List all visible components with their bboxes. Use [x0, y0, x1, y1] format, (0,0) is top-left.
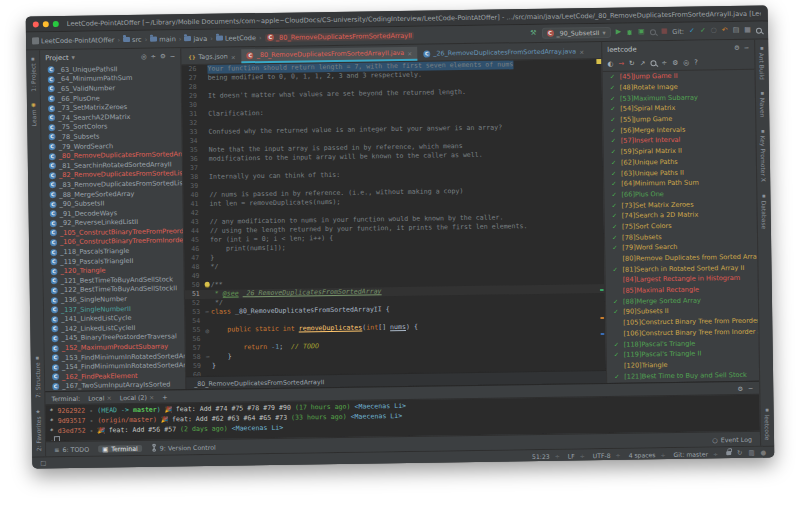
tool-window-button-2-favorites[interactable]: ★2: Favorites	[35, 408, 43, 451]
breadcrumb-separator: ›	[179, 35, 182, 43]
leetcode-problem-item[interactable]: ✓[121]Best Time to Buy and Sell Stock	[614, 369, 759, 382]
git-rollback-icon[interactable]: ↶	[722, 27, 728, 34]
file-name: _137_SingleNumberII	[61, 305, 131, 314]
help-icon[interactable]: ?	[694, 59, 698, 67]
git-update-icon[interactable]: ✓	[689, 28, 695, 35]
version-control-tool-button[interactable]: 9: Version Control	[151, 443, 216, 452]
breadcrumb: LeetCode-PointAtOffer›src›main›java›Leet…	[32, 30, 530, 45]
close-tab-icon[interactable]: ×	[407, 49, 412, 56]
class-icon: C	[51, 287, 58, 294]
refresh-icon[interactable]: ↻	[629, 59, 635, 67]
breadcrumb-item[interactable]: java	[184, 34, 207, 42]
hide-panel-icon[interactable]: −	[748, 384, 753, 391]
refresh-icon[interactable]: ↻	[737, 449, 743, 457]
problem-title: [75]Sort Colors	[622, 222, 672, 231]
code-text: Clarification:	[208, 109, 264, 119]
indexing-icon[interactable]: ▥	[748, 449, 754, 457]
leetcode-problem-list[interactable]: ✓[45]Jump Game II✓[48]Rotate Image✓[53]M…	[603, 70, 760, 383]
line-number: 49	[184, 272, 202, 281]
locate-file-icon[interactable]: ◎	[141, 52, 147, 60]
breadcrumb-item[interactable]: main	[150, 35, 176, 43]
position-icon[interactable]: ◎	[683, 59, 689, 67]
settings-icon[interactable]: ⚙	[672, 59, 678, 67]
leetcode-settings-gear-icon[interactable]: ⚙	[734, 43, 740, 51]
project-settings-gear-icon[interactable]: ⚙	[160, 52, 166, 60]
build-hammer-icon[interactable]: ⚒	[530, 30, 536, 37]
solved-check-icon: ✓	[612, 244, 620, 252]
lock-icon[interactable]	[726, 451, 731, 455]
file-name: _81_SearchinRotatedSortedArrayII	[59, 160, 172, 170]
status-widget[interactable]: Git: master	[674, 450, 719, 458]
line-number: 59	[186, 362, 204, 371]
tool-window-button-database[interactable]: ▪Database	[760, 192, 768, 229]
chevron-down-icon[interactable]: ▾	[72, 53, 76, 61]
status-widget[interactable]: 4 spaces	[629, 451, 666, 459]
tool-window-button-ant-build[interactable]: ▪Ant Build	[758, 45, 766, 80]
learn-icon: ◉	[31, 102, 36, 108]
profiler-icon[interactable]	[650, 29, 656, 35]
fold-marker	[202, 236, 210, 245]
todo-tool-button[interactable]: ≡ 6: TODO	[54, 445, 89, 453]
close-tab-icon[interactable]: ×	[231, 53, 236, 60]
git-commit-icon[interactable]: ✓	[700, 27, 706, 34]
browser-icon[interactable]: ◐	[607, 60, 613, 68]
solved-check-icon: ✓	[610, 127, 618, 135]
split-icon[interactable]: ÷	[661, 59, 667, 67]
tool-window-toggle-icon[interactable]: ▢	[40, 459, 46, 467]
terminal-tab-local[interactable]: Local×	[88, 394, 112, 401]
pick-icon[interactable]: ↗	[640, 59, 646, 67]
coverage-icon[interactable]: ▣	[638, 28, 645, 35]
tool-window-button-key-promoter-x[interactable]: ▪Key Promoter X	[759, 128, 767, 182]
collapse-all-icon[interactable]: ÷	[150, 52, 156, 60]
keypromoter-icon: ▪	[761, 128, 765, 134]
breadcrumb-item[interactable]: src	[123, 35, 142, 43]
notifications-icon[interactable]: ●	[761, 449, 767, 457]
zoom-window-button[interactable]	[53, 21, 59, 27]
status-widget[interactable]: UTF-8	[593, 451, 621, 458]
terminal-settings-gear-icon[interactable]: ⚙	[737, 384, 743, 391]
terminal-tab-local-2[interactable]: Local (2)×	[120, 393, 155, 401]
editor-tab[interactable]: C_26_RemoveDuplicatesFromSortedArray.jav…	[418, 44, 589, 61]
run-configuration-select[interactable]: C _90_SubsetsII ▾	[541, 27, 610, 39]
tool-window-button-7-structure[interactable]: ▪7: Structure	[34, 355, 42, 399]
status-widget[interactable]: 51:23	[532, 452, 560, 459]
run-button[interactable]: ▶	[616, 29, 621, 36]
event-log-button[interactable]: ○ Event Log	[712, 435, 752, 443]
git-compare-icon[interactable]: ○	[711, 27, 717, 34]
breadcrumb-item[interactable]: LeetCode	[216, 34, 256, 43]
problem-title: [64]Minimum Path Sum	[621, 179, 699, 188]
status-widget[interactable]: LF	[568, 452, 585, 459]
main-toolbar: ⚒ C _90_SubsetsII ▾ ▶ ▣ ■ Git: ✓ ✓ ○ ↶ ▤…	[530, 25, 762, 39]
debug-bug-icon[interactable]	[626, 29, 633, 36]
search-everywhere-icon[interactable]	[756, 27, 762, 33]
tool-window-button-learn[interactable]: ◉Learn	[30, 102, 37, 127]
file-name: _142_LinkedListCycleII	[61, 324, 135, 333]
editor-tab[interactable]: {}Tags.json×	[183, 49, 241, 64]
project-file-tree[interactable]: C_63_UniquePathsIIC_64_MinimumPathSumC_6…	[40, 63, 185, 391]
project-panel-title[interactable]: Project	[45, 53, 68, 61]
git-history-icon[interactable]: ▤	[733, 27, 740, 34]
breadcrumb-item[interactable]: LeetCode-PointAtOffer	[32, 36, 114, 45]
tool-window-button-leetcode[interactable]: ▪leetcode	[764, 407, 772, 441]
intention-bulb-icon[interactable]	[204, 282, 209, 287]
minimize-window-button[interactable]	[43, 21, 49, 27]
code-editor[interactable]: 26Your function should return length = 7…	[181, 59, 606, 376]
tool-window-button-maven[interactable]: ▪Maven	[759, 90, 766, 118]
editor-tab[interactable]: C_80_RemoveDuplicatesFromSortedArrayII.j…	[242, 47, 418, 64]
close-window-button[interactable]	[33, 21, 39, 27]
breadcrumb-item[interactable]: C_80_RemoveDuplicatesFromSortedArrayII	[265, 31, 414, 41]
tool-window-label: leetcode	[764, 415, 771, 441]
problem-title: [119]Pascal's Triangle II	[624, 350, 702, 359]
hide-panel-icon[interactable]: −	[170, 52, 176, 60]
line-number: 58	[186, 353, 204, 362]
tab-label: Tags.json	[198, 53, 227, 61]
tool-window-button-1-project[interactable]: ▪1: Project	[29, 55, 37, 91]
hide-panel-icon[interactable]: −	[744, 43, 750, 51]
file-name: _105_ConstructBinaryTreeFromPreorderAndI…	[60, 226, 183, 236]
terminal-tool-button[interactable]: ▣ Terminal	[98, 444, 142, 452]
search-icon[interactable]	[650, 60, 656, 66]
git-shelf-icon[interactable]: ▦	[744, 27, 751, 34]
close-tab-icon[interactable]: ×	[579, 48, 584, 55]
new-terminal-tab-button[interactable]: +	[162, 393, 167, 400]
logout-icon[interactable]: →	[618, 60, 624, 68]
